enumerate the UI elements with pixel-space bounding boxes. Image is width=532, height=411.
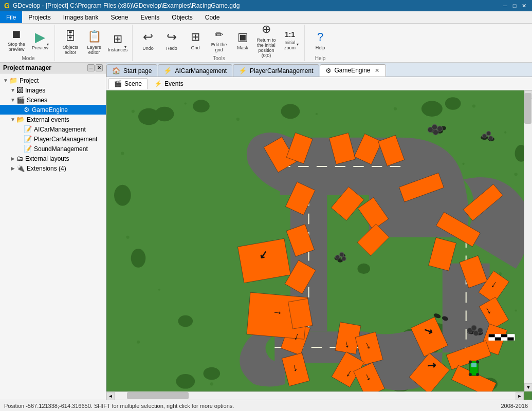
svg-point-134 (342, 256, 346, 260)
title-bar-controls[interactable]: ─ □ ✕ (501, 2, 528, 10)
svg-rect-97 (471, 363, 476, 367)
edit-grid-button[interactable]: ✏ Edit thegrid (208, 26, 230, 54)
project-manager-panel: Project manager ─ ✕ ▼ 📁 Project ▼ 🖼 Imag… (0, 63, 106, 400)
toolbar-group-help: ? Help Help (306, 25, 335, 61)
svg-point-9 (126, 236, 130, 239)
tree-item-aicarmgmt[interactable]: 📝 AICarManagement (0, 124, 106, 134)
status-bar: Position -567.121338;-614.316650. SHIFT … (0, 400, 532, 411)
tab-gameengine[interactable]: ⚙ GameEngine ✕ (320, 64, 386, 77)
project-label: Project (20, 77, 39, 84)
status-year: 2008-2016 (501, 403, 528, 409)
scene-canvas-area[interactable]: → ↙ ↓ ↓ ↓ ↓ ↓ ↓ ↘ ↗ ↓ ↓ (106, 90, 532, 400)
svg-text:→: → (272, 306, 283, 319)
mask-button[interactable]: ▣ Mask (231, 26, 254, 54)
redo-button[interactable]: ↪ Redo (160, 26, 183, 54)
svg-point-5 (504, 132, 506, 134)
scroll-thumb-v[interactable] (524, 93, 531, 124)
tree-item-extensions[interactable]: ▶ 🔌 Extensions (4) (0, 163, 106, 173)
undo-button[interactable]: ↩ Undo (137, 26, 159, 54)
scroll-down-button[interactable]: ▼ (524, 383, 532, 391)
svg-point-100 (469, 373, 472, 376)
edit-grid-label: Edit thegrid (211, 42, 227, 52)
tree-item-gameengine[interactable]: ⚙ GameEngine (0, 105, 106, 115)
tree-item-scenes[interactable]: ▼ 🎬 Scenes (0, 95, 106, 105)
help-label-group: Help (315, 55, 326, 61)
svg-point-132 (336, 255, 340, 259)
tab-aicarmgmt[interactable]: ⚡ AICarManagement (158, 64, 232, 77)
menu-code[interactable]: Code (199, 11, 226, 23)
images-label: Images (25, 87, 45, 94)
help-button[interactable]: ? Help (309, 26, 332, 54)
mask-label: Mask (237, 45, 248, 50)
tree-item-ext-layouts[interactable]: ▶ 🗂 External layouts (0, 154, 106, 163)
tree-item-playercarmgmt[interactable]: 📝 PlayerCarManagement (0, 134, 106, 144)
menu-images-bank[interactable]: Images bank (57, 11, 105, 23)
tools-label: Tools (213, 55, 225, 61)
svg-point-15 (210, 382, 213, 385)
close-button[interactable]: ✕ (520, 2, 528, 10)
tab-bar: 🏠 Start page ⚡ AICarManagement ⚡ PlayerC… (106, 63, 532, 77)
initial-zoom-button[interactable]: 1:1 Initialzoom (279, 26, 301, 54)
tree-item-soundmgmt[interactable]: 📝 SoundManagement (0, 144, 106, 154)
sub-tab-scene[interactable]: 🎬 Scene (108, 78, 148, 89)
scroll-thumb-h[interactable] (127, 392, 189, 399)
menu-events[interactable]: Events (134, 11, 166, 23)
sidebar-header-controls[interactable]: ─ ✕ (87, 64, 103, 71)
layers-editor-button[interactable]: 📋 Layerseditor (83, 28, 105, 57)
tab-start-page[interactable]: 🏠 Start page (106, 64, 157, 77)
tab-engine-label: GameEngine (335, 67, 371, 74)
svg-point-16 (316, 113, 318, 115)
engine-tab-icon: ⚙ (325, 67, 332, 74)
svg-point-19 (155, 107, 174, 122)
menu-file[interactable]: File (0, 11, 22, 23)
horizontal-scrollbar[interactable]: ◄ ► (106, 391, 524, 400)
scroll-left-button[interactable]: ◄ (106, 392, 115, 400)
help-buttons: ? Help (309, 26, 332, 54)
svg-point-37 (357, 264, 370, 274)
tab-close-button[interactable]: ✕ (374, 67, 380, 74)
maximize-button[interactable]: □ (510, 2, 519, 10)
menu-objects[interactable]: Objects (166, 11, 199, 23)
svg-rect-94 (501, 338, 507, 341)
svg-rect-93 (495, 338, 501, 341)
vertical-scrollbar[interactable]: ▲ ▼ (524, 90, 532, 391)
svg-point-22 (421, 101, 443, 117)
svg-point-28 (176, 374, 195, 389)
sidebar-minimize-btn[interactable]: ─ (87, 64, 95, 71)
stop-icon: ⏹ (11, 29, 22, 40)
menu-scene[interactable]: Scene (104, 11, 134, 23)
svg-rect-89 (495, 334, 501, 337)
play-icon: ▶ (35, 30, 45, 44)
svg-point-122 (482, 134, 486, 138)
expander-project: ▼ (2, 78, 9, 83)
grid-button[interactable]: ⊞ Grid (184, 26, 207, 54)
expander-ext-layouts: ▶ (9, 156, 16, 161)
player-events-icon: 📝 (24, 135, 32, 143)
help-icon: ? (317, 30, 323, 44)
minimize-button[interactable]: ─ (501, 2, 509, 10)
sub-tab-events[interactable]: ⚡ Events (149, 78, 189, 89)
objects-editor-button[interactable]: 🗄 Objectseditor (59, 28, 82, 57)
sub-tab-bar: 🎬 Scene ⚡ Events (106, 77, 532, 90)
menu-bar: File Projects Images bank Scene Events O… (0, 11, 532, 24)
scroll-right-button[interactable]: ► (516, 392, 524, 400)
svg-point-1 (132, 110, 135, 113)
images-folder-icon: 🖼 (16, 86, 23, 94)
svg-rect-90 (501, 334, 507, 337)
scene-sub-icon: 🎬 (114, 80, 122, 87)
toolbar-group-editors: 🗄 Objectseditor 📋 Layerseditor ⊞ Instanc… (56, 25, 133, 61)
return-initial-button[interactable]: ⊕ Return to the initialposition (0;0) (255, 26, 278, 54)
sidebar-close-btn[interactable]: ✕ (96, 64, 103, 71)
menu-projects[interactable]: Projects (22, 11, 57, 23)
tree-item-images[interactable]: ▼ 🖼 Images (0, 85, 106, 95)
tab-playercarmgmt[interactable]: ⚡ PlayerCarManagement (233, 64, 319, 77)
tree-item-external-events[interactable]: ▼ 📂 External events (0, 115, 106, 124)
events-sub-icon: ⚡ (154, 80, 162, 87)
sound-label: SoundManagement (34, 145, 88, 153)
preview-button[interactable]: ▶ Preview (29, 26, 51, 54)
stop-preview-button[interactable]: ⏹ Stop thepreview (5, 26, 28, 54)
instances-icon: ⊞ (113, 32, 122, 46)
instances-button[interactable]: ⊞ Instances (106, 28, 129, 57)
tree-item-project[interactable]: ▼ 📁 Project (0, 76, 106, 85)
svg-point-23 (445, 97, 461, 109)
